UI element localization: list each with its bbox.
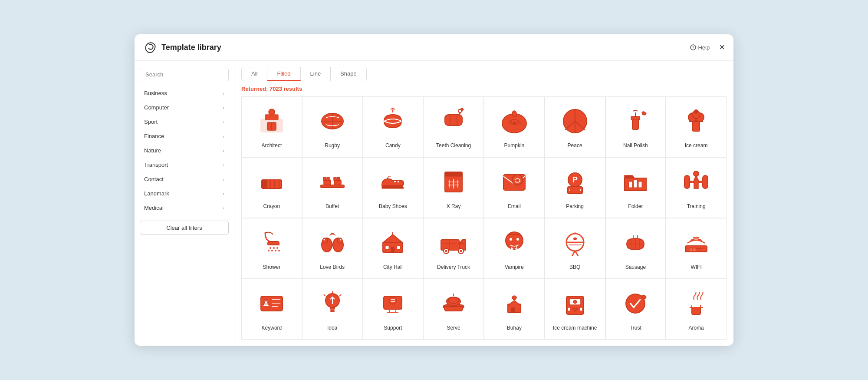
pumpkin-icon	[499, 106, 529, 138]
buffet-icon	[317, 167, 348, 199]
svg-rect-36	[321, 185, 344, 188]
sidebar-item-transport[interactable]: Transport ›	[140, 158, 229, 172]
icon-card-buffet[interactable]: Buffet	[302, 157, 363, 218]
icon-card-rugby[interactable]: Rugby	[302, 96, 363, 157]
icon-card-keyword[interactable]: Keyword	[241, 279, 302, 340]
icon-label-x-ray: X Ray	[447, 203, 461, 210]
icon-label-bbq: BBQ	[569, 264, 580, 271]
icon-card-teeth-cleaning[interactable]: Teeth Cleaning	[423, 96, 484, 157]
modal-title: Template library	[161, 43, 686, 52]
icon-card-support[interactable]: Support	[363, 279, 424, 340]
tab-shape[interactable]: Shape	[331, 67, 366, 81]
svg-rect-140	[511, 307, 515, 313]
icon-card-email[interactable]: Email	[484, 157, 545, 218]
bbq-icon	[560, 228, 590, 260]
sidebar-item-medical[interactable]: Medical ›	[140, 201, 229, 215]
icon-card-buhay[interactable]: Buhay	[484, 279, 545, 340]
vampire-icon	[499, 228, 529, 260]
icon-card-shower[interactable]: Shower	[241, 218, 302, 279]
icon-label-sausage: Sausage	[625, 264, 646, 271]
icon-card-peace[interactable]: Peace	[545, 96, 605, 157]
close-button[interactable]: ×	[719, 43, 725, 52]
chevron-icon: ›	[223, 91, 224, 96]
icon-card-pumpkin[interactable]: Pumpkin	[484, 96, 545, 157]
icon-card-bbq[interactable]: BBQ	[545, 218, 605, 279]
sidebar-item-sport[interactable]: Sport ›	[140, 115, 229, 129]
icon-card-city-hall[interactable]: City Hall	[363, 218, 424, 279]
help-icon: ?	[690, 44, 696, 50]
help-button[interactable]: ? Help	[690, 44, 710, 51]
svg-line-123	[339, 294, 341, 296]
icon-card-ice-cream-machine[interactable]: Ice cream machine	[545, 279, 605, 340]
icon-card-delivery-truck[interactable]: Delivery Truck	[423, 218, 484, 279]
svg-point-144	[573, 300, 577, 304]
serve-icon	[438, 288, 469, 321]
svg-point-16	[512, 111, 516, 117]
svg-rect-39	[323, 177, 326, 181]
icon-card-candy[interactable]: Candy	[363, 96, 424, 157]
icon-card-crayon[interactable]: Crayon	[241, 157, 302, 218]
svg-rect-62	[629, 182, 632, 188]
icon-label-buffet: Buffet	[326, 203, 339, 210]
tab-filled[interactable]: Filled	[267, 67, 300, 81]
icon-card-aroma[interactable]: Aroma	[666, 279, 727, 340]
search-input[interactable]	[140, 68, 229, 81]
tab-line[interactable]: Line	[301, 67, 331, 81]
sidebar-item-business[interactable]: Business ›	[140, 86, 229, 100]
architect-icon	[256, 106, 287, 138]
svg-text:?: ?	[692, 46, 694, 50]
sidebar-item-nature[interactable]: Nature ›	[140, 144, 229, 157]
svg-rect-148	[692, 307, 700, 314]
sidebar: Business › Computer › Sport › Finance › …	[135, 61, 234, 346]
clear-filters-button[interactable]: Clear all filters	[140, 221, 229, 235]
sidebar-item-finance[interactable]: Finance ›	[140, 129, 229, 143]
svg-point-96	[510, 238, 512, 241]
trust-icon	[620, 288, 651, 321]
icon-card-wifi[interactable]: ))) ((( WIFI	[666, 218, 727, 279]
peace-icon	[560, 106, 590, 138]
icon-label-crayon: Crayon	[263, 203, 280, 210]
icon-card-training[interactable]: Training	[666, 157, 727, 218]
icon-label-city-hall: City Hall	[383, 264, 403, 271]
svg-rect-65	[684, 175, 690, 188]
logo-icon	[143, 40, 157, 54]
icon-card-nail-polish[interactable]: Nail Polish	[605, 96, 666, 157]
idea-icon	[317, 288, 348, 321]
icon-label-candy: Candy	[385, 142, 401, 149]
icon-card-serve[interactable]: Serve	[423, 279, 484, 340]
icon-card-love-birds[interactable]: Love Birds	[302, 218, 363, 279]
icon-label-ice-cream: Ice cream	[685, 142, 708, 149]
svg-point-73	[268, 250, 270, 251]
icon-card-architect[interactable]: Architect	[241, 96, 302, 157]
icon-label-love-birds: Love Birds	[320, 264, 345, 271]
svg-point-44	[394, 181, 396, 182]
svg-rect-125	[331, 310, 334, 312]
chevron-icon: ›	[223, 177, 224, 182]
modal-header: Template library ? Help ×	[135, 34, 733, 61]
icon-card-baby-shoes[interactable]: Baby Shoes	[363, 157, 424, 218]
icon-card-trust[interactable]: Trust	[605, 279, 666, 340]
icon-card-idea[interactable]: Idea	[302, 279, 363, 340]
sidebar-item-computer[interactable]: Computer ›	[140, 101, 229, 114]
icon-card-parking[interactable]: P Parking	[545, 157, 605, 218]
baby-shoes-icon	[378, 167, 408, 199]
icon-label-aroma: Aroma	[688, 325, 704, 332]
icon-card-ice-cream[interactable]: Ice cream	[666, 96, 727, 157]
svg-point-72	[276, 247, 278, 249]
tab-all[interactable]: All	[242, 67, 267, 81]
svg-point-92	[460, 250, 462, 252]
icon-label-ice-cream-machine: Ice cream machine	[553, 325, 597, 332]
svg-point-71	[273, 247, 275, 249]
sidebar-item-landmark[interactable]: Landmark ›	[140, 187, 229, 200]
icon-card-vampire[interactable]: Vampire	[484, 218, 545, 279]
chevron-icon: ›	[223, 148, 224, 153]
candy-icon	[378, 106, 408, 138]
crayon-icon	[256, 167, 287, 199]
svg-rect-47	[445, 172, 462, 176]
icon-card-sausage[interactable]: Sausage	[605, 218, 666, 279]
icon-card-x-ray[interactable]: X Ray	[423, 157, 484, 218]
svg-rect-25	[693, 122, 700, 131]
chevron-icon: ›	[223, 205, 224, 211]
icon-card-folder[interactable]: Folder	[605, 157, 666, 218]
sidebar-item-contact[interactable]: Contact ›	[140, 172, 229, 186]
